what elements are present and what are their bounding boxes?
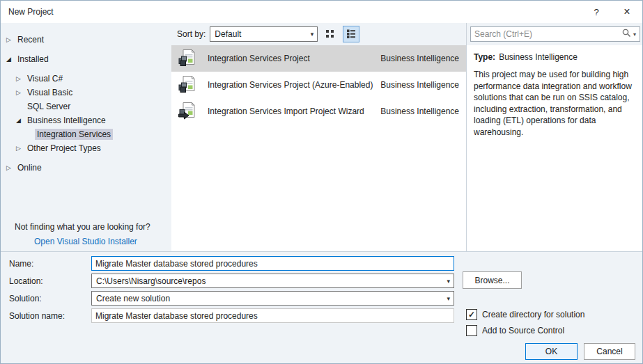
template-list: Integration Services ProjectBusiness Int…: [171, 45, 466, 251]
template-details: Type:Business Intelligence This project …: [467, 45, 643, 251]
search-row: ▾: [467, 23, 643, 45]
type-line: Type:Business Intelligence: [474, 52, 635, 62]
titlebar: New Project ? ×: [1, 1, 642, 23]
solution-value: Create new solution: [96, 294, 170, 303]
sidebar-item-visual-basic[interactable]: ▷Visual Basic: [1, 86, 171, 100]
chevron-down-icon: ▾: [447, 278, 450, 285]
search-options-caret-icon[interactable]: ▾: [633, 31, 636, 38]
template-category: Business Intelligence: [380, 106, 459, 116]
tree-collapsed-icon[interactable]: ▷: [16, 145, 25, 152]
template-panel: Sort by: Default ▾: [171, 23, 466, 251]
sidebar-item-label: Installed: [15, 54, 51, 65]
sidebar-item-label: Business Intelligence: [25, 115, 108, 126]
cancel-button[interactable]: Cancel: [584, 343, 635, 360]
sidebar-item-label: SQL Server: [25, 101, 72, 112]
sidebar-tree: ▷Recent◢Installed▷Visual C#▷Visual Basic…: [1, 33, 171, 175]
template-row[interactable]: Integration Services Project (Azure-Enab…: [171, 72, 466, 98]
sort-by-combobox[interactable]: Default ▾: [210, 26, 318, 42]
sidebar-item-label: Visual C#: [25, 73, 65, 84]
project-form: Name: Location: C:\Users\Nisarg\source\r…: [1, 251, 643, 364]
small-icons-view-button[interactable]: [322, 26, 339, 42]
template-row[interactable]: Integration Services Import Project Wiza…: [171, 98, 466, 125]
location-label: Location:: [9, 276, 43, 287]
sidebar-item-label: Integration Services: [35, 129, 113, 140]
template-row[interactable]: Integration Services ProjectBusiness Int…: [171, 45, 466, 72]
name-label: Name:: [9, 258, 33, 269]
sidebar-item-installed[interactable]: ◢Installed: [1, 52, 171, 66]
tree-collapsed-icon[interactable]: ▷: [16, 90, 25, 96]
search-icon[interactable]: [622, 29, 631, 40]
sidebar-item-business-intelligence[interactable]: ◢Business Intelligence: [1, 113, 171, 127]
add-source-control-checkbox[interactable]: Add to Source Control: [466, 325, 564, 336]
list-view-button[interactable]: [343, 26, 359, 42]
sidebar-item-recent[interactable]: ▷Recent: [1, 33, 171, 47]
template-description: This project may be used for building hi…: [474, 69, 635, 138]
sidebar-item-visual-c-[interactable]: ▷Visual C#: [1, 72, 171, 86]
template-category: Business Intelligence: [380, 80, 459, 90]
small-icons-view-icon: [325, 29, 335, 40]
ssis-project-azure-icon: [177, 75, 199, 95]
tree-collapsed-icon[interactable]: ▷: [6, 165, 15, 171]
chevron-down-icon: ▾: [447, 296, 450, 302]
open-vs-installer-link[interactable]: Open Visual Studio Installer: [1, 237, 171, 246]
ssis-project-icon: [177, 49, 199, 68]
dialog-title: New Project: [1, 7, 54, 17]
sidebar-item-sql-server[interactable]: SQL Server: [1, 100, 171, 113]
browse-button[interactable]: Browse...: [463, 271, 522, 289]
solution-combobox[interactable]: Create new solution ▾: [91, 291, 454, 306]
search-input[interactable]: [474, 29, 622, 39]
type-label: Type:: [474, 52, 495, 62]
template-name: Integration Services Import Project Wiza…: [199, 106, 380, 116]
sidebar-item-label: Recent: [15, 34, 46, 45]
location-value: C:\Users\Nisarg\source\repos: [96, 276, 206, 286]
new-project-dialog: New Project ? × ▷Recent◢Installed▷Visual…: [0, 0, 643, 364]
checkbox-checked-icon[interactable]: ✓: [466, 309, 477, 320]
template-name: Integration Services Project: [199, 54, 380, 63]
tree-collapsed-icon[interactable]: ▷: [6, 37, 15, 43]
sort-by-label: Sort by:: [177, 29, 206, 39]
sidebar: ▷Recent◢Installed▷Visual C#▷Visual Basic…: [1, 23, 171, 251]
solution-label: Solution:: [9, 293, 42, 304]
sidebar-item-label: Other Project Types: [25, 143, 103, 154]
checkbox-unchecked-icon[interactable]: [466, 325, 477, 336]
details-panel: ▾ Type:Business Intelligence This projec…: [466, 23, 643, 251]
ssis-import-wizard-icon: [177, 102, 199, 121]
create-directory-checkbox[interactable]: ✓ Create directory for solution: [466, 309, 584, 320]
type-value: Business Intelligence: [499, 52, 578, 62]
tree-expanded-icon[interactable]: ◢: [6, 56, 15, 63]
search-box[interactable]: ▾: [470, 26, 640, 42]
tree-collapsed-icon[interactable]: ▷: [16, 76, 25, 82]
sort-by-value: Default: [215, 29, 241, 39]
sidebar-footer: Not finding what you are looking for? Op…: [1, 222, 171, 246]
add-source-control-label: Add to Source Control: [482, 326, 564, 335]
chevron-down-icon: ▾: [311, 31, 314, 38]
location-combobox[interactable]: C:\Users\Nisarg\source\repos ▾: [91, 274, 454, 288]
template-name: Integration Services Project (Azure-Enab…: [199, 80, 380, 90]
close-button[interactable]: ×: [612, 1, 642, 23]
titlebar-buttons: ? ×: [581, 1, 642, 23]
name-input[interactable]: [91, 256, 454, 271]
help-button[interactable]: ?: [581, 1, 612, 23]
create-directory-label: Create directory for solution: [482, 310, 584, 319]
sort-toolbar: Sort by: Default ▾: [171, 23, 466, 45]
sidebar-item-other-project-types[interactable]: ▷Other Project Types: [1, 141, 171, 155]
solution-name-label: Solution name:: [9, 310, 65, 322]
solution-name-input[interactable]: [91, 308, 454, 323]
template-category: Business Intelligence: [380, 54, 459, 63]
tree-expanded-icon[interactable]: ◢: [16, 118, 25, 124]
list-view-icon: [346, 29, 356, 40]
ok-button[interactable]: OK: [525, 343, 578, 360]
sidebar-item-label: Visual Basic: [25, 87, 75, 98]
sidebar-item-label: Online: [15, 162, 44, 173]
sidebar-item-integration-services[interactable]: Integration Services: [1, 127, 171, 141]
not-finding-text: Not finding what you are looking for?: [1, 222, 171, 232]
sidebar-item-online[interactable]: ▷Online: [1, 161, 171, 175]
